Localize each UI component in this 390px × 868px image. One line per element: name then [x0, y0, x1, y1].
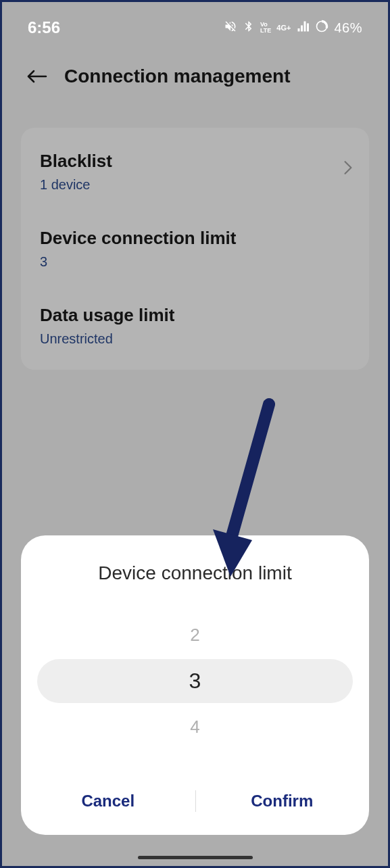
back-button[interactable] — [26, 66, 48, 87]
picker-option-next[interactable]: 4 — [37, 707, 353, 747]
battery-percent: 46% — [334, 20, 362, 36]
number-picker[interactable]: 2 3 4 — [21, 615, 369, 747]
device-limit-subtitle: 3 — [40, 254, 350, 270]
device-limit-title: Device connection limit — [40, 228, 350, 249]
status-time: 6:56 — [28, 18, 60, 37]
device-limit-item[interactable]: Device connection limit 3 — [21, 210, 369, 287]
volte-icon: VoLTE — [260, 22, 271, 34]
blacklist-subtitle: 1 device — [40, 177, 350, 193]
button-divider — [195, 790, 196, 812]
page-title: Connection management — [64, 66, 290, 87]
signal-icon — [296, 20, 310, 36]
data-limit-title: Data usage limit — [40, 305, 350, 326]
settings-card: Blacklist 1 device Device connection lim… — [21, 128, 369, 370]
confirm-button[interactable]: Confirm — [195, 779, 370, 823]
status-indicators: VoLTE 4G+ 46% — [224, 20, 362, 37]
blacklist-title: Blacklist — [40, 151, 350, 172]
data-limit-item[interactable]: Data usage limit Unrestricted — [21, 287, 369, 364]
chevron-right-icon — [343, 160, 353, 178]
picker-option-selected[interactable]: 3 — [37, 659, 353, 703]
home-indicator[interactable] — [138, 856, 253, 859]
page-header: Connection management — [2, 44, 388, 101]
cancel-button[interactable]: Cancel — [21, 779, 195, 823]
device-limit-dialog: Device connection limit 2 3 4 Cancel Con… — [21, 535, 369, 835]
mute-icon — [224, 20, 237, 37]
battery-icon — [315, 20, 328, 37]
status-bar: 6:56 VoLTE 4G+ 46% — [2, 2, 388, 44]
network-4g-icon: 4G+ — [276, 24, 291, 32]
data-limit-subtitle: Unrestricted — [40, 331, 350, 347]
svg-line-2 — [232, 404, 269, 536]
bluetooth-icon — [243, 20, 255, 37]
blacklist-item[interactable]: Blacklist 1 device — [21, 133, 369, 210]
picker-option-prev[interactable]: 2 — [37, 615, 353, 655]
dialog-title: Device connection limit — [21, 562, 369, 584]
